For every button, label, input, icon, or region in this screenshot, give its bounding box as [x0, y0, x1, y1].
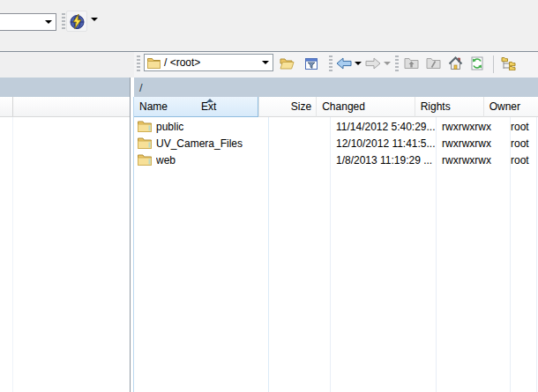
root-directory-icon	[426, 57, 441, 70]
back-button[interactable]	[334, 54, 354, 73]
parent-directory-button[interactable]	[401, 54, 421, 73]
toolbar-gripper[interactable]	[62, 13, 65, 29]
column-header-changed[interactable]: Changed	[316, 97, 414, 117]
session-combo[interactable]	[0, 13, 56, 31]
sort-ascending-icon	[206, 99, 213, 102]
back-history-dropdown-icon[interactable]	[355, 62, 362, 65]
file-row[interactable]: UV_Camera_Files 12/10/2012 11:41:5... rw…	[134, 135, 538, 152]
local-column-headers[interactable]	[0, 97, 130, 117]
file-owner: root	[511, 135, 538, 152]
back-arrow-icon	[336, 57, 352, 70]
file-name: public	[156, 118, 266, 135]
tree-view-icon	[501, 56, 516, 70]
remote-column-headers: Name Ext Size Changed Rights Owner	[134, 97, 538, 117]
transfer-settings-button[interactable]	[66, 11, 87, 32]
remote-file-list[interactable]: public 11/14/2012 5:40:29... rwxrwxrwx r…	[134, 117, 538, 392]
lightning-globe-icon	[69, 13, 86, 30]
file-size	[268, 118, 326, 135]
column-header-owner-label: Owner	[484, 100, 520, 113]
forward-button[interactable]	[363, 54, 383, 73]
column-header-size-label: Size	[291, 100, 316, 113]
remote-toolbar: / <root>	[134, 52, 538, 78]
folder-icon	[138, 118, 152, 135]
parent-directory-icon	[404, 57, 419, 70]
forward-history-dropdown-icon[interactable]	[384, 62, 391, 65]
remote-path-combo[interactable]: / <root>	[144, 54, 273, 71]
session-combo-input[interactable]	[0, 15, 45, 29]
column-header-ext-label[interactable]: Ext	[201, 100, 216, 113]
column-header-owner[interactable]: Owner	[483, 97, 538, 117]
toolbar-gripper[interactable]	[395, 55, 399, 73]
column-gridline	[12, 117, 13, 392]
column-divider[interactable]	[12, 97, 13, 116]
toolbar-gripper[interactable]	[329, 55, 333, 73]
file-changed: 12/10/2012 11:41:5...	[336, 135, 435, 152]
file-changed: 1/8/2013 11:19:29 ...	[336, 152, 435, 168]
chevron-down-icon[interactable]	[262, 61, 269, 64]
home-directory-button[interactable]	[445, 54, 465, 73]
file-row[interactable]: web 1/8/2013 11:19:29 ... rwxrwxrwx root	[134, 152, 538, 168]
column-header-rights[interactable]: Rights	[415, 97, 483, 117]
remote-path-text: /	[134, 81, 143, 94]
toolbar-gripper[interactable]	[137, 55, 140, 73]
column-header-changed-label: Changed	[317, 100, 365, 113]
filter-icon	[304, 57, 318, 70]
filter-button[interactable]	[302, 54, 321, 73]
file-name: web	[156, 152, 266, 168]
file-owner: root	[511, 152, 538, 168]
local-path-bar[interactable]	[0, 78, 130, 97]
file-changed: 11/14/2012 5:40:29...	[336, 118, 435, 135]
remote-path-combo-value: / <root>	[161, 56, 262, 69]
open-folder-icon	[280, 57, 295, 70]
file-row[interactable]: public 11/14/2012 5:40:29... rwxrwxrwx r…	[134, 118, 538, 135]
column-header-rights-label: Rights	[415, 100, 451, 113]
file-owner: root	[511, 118, 538, 135]
file-rights: rwxrwxrwx	[442, 135, 509, 152]
remote-path-bar[interactable]: /	[134, 78, 538, 97]
folder-icon	[138, 135, 152, 152]
file-size	[268, 152, 326, 168]
refresh-button[interactable]	[467, 54, 487, 73]
directory-tree-button[interactable]	[498, 54, 518, 73]
toolbar-separator	[493, 55, 494, 73]
file-size	[268, 135, 326, 152]
forward-arrow-icon	[365, 57, 381, 70]
column-header-name-ext[interactable]: Name Ext	[134, 97, 258, 117]
refresh-icon	[470, 56, 484, 70]
file-rights: rwxrwxrwx	[442, 118, 509, 135]
column-header-size[interactable]: Size	[258, 97, 316, 117]
transfer-settings-dropdown-icon[interactable]	[91, 18, 98, 21]
chevron-down-icon[interactable]	[45, 20, 52, 24]
folder-icon	[138, 152, 152, 168]
local-file-list[interactable]	[0, 117, 130, 392]
column-header-name-label[interactable]: Name	[134, 100, 168, 113]
file-name: UV_Camera_Files	[156, 135, 266, 152]
home-directory-icon	[448, 56, 463, 70]
root-directory-button[interactable]	[423, 54, 443, 73]
folder-icon	[147, 57, 161, 69]
file-rights: rwxrwxrwx	[442, 152, 509, 168]
open-directory-button[interactable]	[277, 54, 296, 73]
top-toolbar	[0, 0, 538, 51]
